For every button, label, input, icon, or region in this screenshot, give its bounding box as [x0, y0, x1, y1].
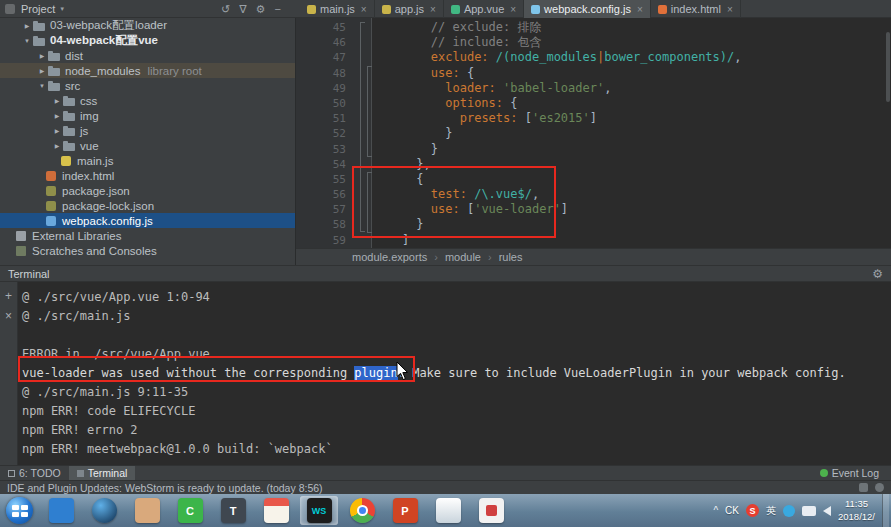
- tree-item-index-html[interactable]: index.html: [0, 168, 295, 183]
- code-text: loader: 'babel-loader',: [373, 81, 611, 96]
- lock-icon[interactable]: [859, 483, 868, 492]
- taskbar-app-green[interactable]: C: [171, 496, 209, 525]
- tree-item-scratches-and-consoles[interactable]: Scratches and Consoles: [0, 243, 295, 258]
- breadcrumb-separator-icon: ›: [488, 251, 492, 263]
- start-button[interactable]: [6, 497, 33, 524]
- tray-app-icon[interactable]: [783, 505, 795, 517]
- tree-item-img[interactable]: ▶img: [0, 108, 295, 123]
- tree-item-package-lock-json[interactable]: package-lock.json: [0, 198, 295, 213]
- toolwindow-todo[interactable]: 6: TODO: [0, 466, 69, 481]
- filter-icon[interactable]: ∇: [239, 3, 246, 16]
- code-line[interactable]: 46 // include: 包含: [296, 35, 891, 50]
- tree-collapsed-icon[interactable]: ▶: [51, 142, 63, 149]
- project-tree: ▶03-webpack配置loader▼04-webpack配置vue▶dist…: [0, 18, 295, 258]
- sogou-icon[interactable]: S: [746, 504, 759, 517]
- powerpoint-icon: P: [393, 498, 418, 523]
- tree-collapsed-icon[interactable]: ▶: [51, 127, 63, 134]
- tree-item-webpack-config-js[interactable]: webpack.config.js: [0, 213, 295, 228]
- code-line[interactable]: 49 loader: 'babel-loader',: [296, 81, 891, 96]
- code-line[interactable]: 51 presets: ['es2015']: [296, 111, 891, 126]
- taskbar-app-avatar[interactable]: [128, 496, 166, 525]
- terminal-line[interactable]: @ ./src/vue/App.vue 1:0-94: [22, 288, 891, 307]
- tree-collapsed-icon[interactable]: ▶: [36, 52, 48, 59]
- speaker-icon[interactable]: [823, 506, 831, 516]
- ime-indicator[interactable]: 英: [766, 504, 776, 518]
- sync-icon[interactable]: ↺: [221, 3, 230, 16]
- tree-label: package-lock.json: [62, 200, 154, 212]
- taskbar-app-dark-sphere[interactable]: [85, 496, 123, 525]
- terminal-line[interactable]: npm ERR! errno 2: [22, 421, 891, 440]
- tree-item-04-webpack-vue[interactable]: ▼04-webpack配置vue: [0, 33, 295, 48]
- breadcrumb-item[interactable]: module.exports: [352, 251, 427, 263]
- close-tab-icon[interactable]: ×: [430, 4, 436, 15]
- settings-gear-icon[interactable]: ⚙: [256, 3, 266, 16]
- tree-item-js[interactable]: ▶js: [0, 123, 295, 138]
- add-session-icon[interactable]: +: [5, 290, 12, 302]
- tray-expand-icon[interactable]: ^: [713, 505, 718, 516]
- terminal-body[interactable]: @ ./src/vue/App.vue 1:0-94@ ./src/main.j…: [18, 282, 891, 465]
- taskbar-clock[interactable]: 11:35 2018/12/: [838, 498, 875, 523]
- breadcrumb-item[interactable]: module: [445, 251, 481, 263]
- hide-panel-icon[interactable]: −: [274, 3, 280, 15]
- show-desktop-button[interactable]: [882, 494, 889, 527]
- toolwindow-terminal[interactable]: Terminal: [69, 466, 136, 481]
- taskbar-webstorm[interactable]: WS: [300, 496, 338, 525]
- taskbar-app-calendar[interactable]: [257, 496, 295, 525]
- editor-scrollbar[interactable]: [886, 32, 890, 102]
- code-line[interactable]: 52 }: [296, 126, 891, 141]
- close-terminal-icon[interactable]: ×: [5, 310, 12, 322]
- tree-item-package-json[interactable]: package.json: [0, 183, 295, 198]
- terminal-line[interactable]: @ ./src/main.js 9:11-35: [22, 383, 891, 402]
- tree-item-external-libraries[interactable]: External Libraries: [0, 228, 295, 243]
- code-line[interactable]: 50 options: {: [296, 96, 891, 111]
- app-green-icon: C: [178, 498, 203, 523]
- tree-item-dist[interactable]: ▶dist: [0, 48, 295, 63]
- taskbar-app-blue-window[interactable]: [42, 496, 80, 525]
- tab-webpack-config-js[interactable]: webpack.config.js×: [524, 0, 651, 18]
- tree-item-main-js[interactable]: main.js: [0, 153, 295, 168]
- tree-item-src[interactable]: ▼src: [0, 78, 295, 93]
- tree-expanded-icon[interactable]: ▼: [21, 38, 33, 44]
- terminal-settings-gear-icon[interactable]: ⚙: [872, 267, 883, 281]
- tree-collapsed-icon[interactable]: ▶: [51, 97, 63, 104]
- toolwindow-eventlog[interactable]: Event Log: [812, 466, 887, 481]
- taskbar-powerpoint[interactable]: P: [386, 496, 424, 525]
- close-tab-icon[interactable]: ×: [510, 4, 516, 15]
- event-log-label: Event Log: [832, 467, 879, 479]
- code-line[interactable]: 45 // exclude: 排除: [296, 20, 891, 35]
- close-tab-icon[interactable]: ×: [637, 4, 643, 15]
- taskbar-app-red-white[interactable]: [472, 496, 510, 525]
- editor-pane[interactable]: 45 // exclude: 排除46 // include: 包含47 exc…: [296, 18, 891, 248]
- tab-main-js[interactable]: main.js×: [300, 0, 375, 18]
- terminal-line[interactable]: @ ./src/main.js: [22, 307, 891, 326]
- breadcrumb-item[interactable]: rules: [499, 251, 523, 263]
- taskbar-app-light[interactable]: [429, 496, 467, 525]
- tree-item-node-modules[interactable]: ▶node_moduleslibrary root: [0, 63, 295, 78]
- code-line[interactable]: 53 }: [296, 142, 891, 157]
- tab-app-vue[interactable]: App.vue×: [444, 0, 524, 18]
- json-icon: [45, 200, 58, 211]
- tray-ck-label[interactable]: CK: [725, 505, 739, 516]
- tree-collapsed-icon[interactable]: ▶: [36, 67, 48, 74]
- close-tab-icon[interactable]: ×: [361, 4, 367, 15]
- terminal-line[interactable]: npm ERR! code ELIFECYCLE: [22, 402, 891, 421]
- tab-app-js[interactable]: app.js×: [375, 0, 444, 18]
- tree-collapsed-icon[interactable]: ▶: [51, 112, 63, 119]
- tab-index-html[interactable]: index.html×: [651, 0, 741, 18]
- close-tab-icon[interactable]: ×: [727, 4, 733, 15]
- terminal-line[interactable]: npm ERR! meetwebpack@1.0.0 build: `webpa…: [22, 440, 891, 459]
- tree-item-vue[interactable]: ▶vue: [0, 138, 295, 153]
- code-line[interactable]: 47 exclude: /(node_modules|bower_compone…: [296, 50, 891, 65]
- scratch-icon: [15, 245, 28, 256]
- project-selector[interactable]: Project ▼: [21, 3, 65, 15]
- terminal-line[interactable]: [22, 326, 891, 345]
- code-line[interactable]: 48 use: {: [296, 66, 891, 81]
- taskbar-chrome[interactable]: [343, 496, 381, 525]
- keyboard-icon[interactable]: [802, 506, 816, 516]
- tree-item-03-webpack-loader[interactable]: ▶03-webpack配置loader: [0, 18, 295, 33]
- inspections-icon[interactable]: [875, 483, 884, 492]
- tree-expanded-icon[interactable]: ▼: [36, 83, 48, 89]
- taskbar-app-t[interactable]: T: [214, 496, 252, 525]
- tree-collapsed-icon[interactable]: ▶: [21, 22, 33, 29]
- tree-item-css[interactable]: ▶css: [0, 93, 295, 108]
